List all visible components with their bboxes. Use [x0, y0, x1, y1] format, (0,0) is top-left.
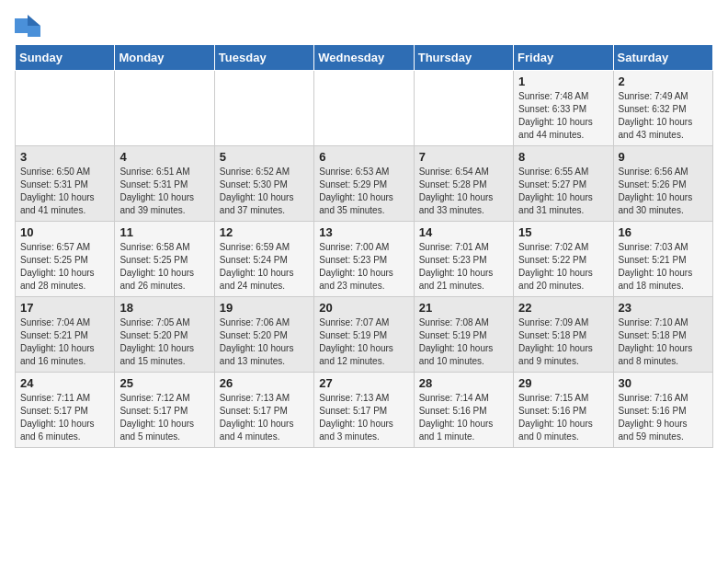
calendar-cell: 16Sunrise: 7:03 AM Sunset: 5:21 PM Dayli… — [613, 222, 712, 297]
day-number: 27 — [319, 376, 408, 390]
day-info: Sunrise: 7:48 AM Sunset: 6:33 PM Dayligh… — [518, 90, 608, 142]
weekday-header-monday: Monday — [115, 45, 214, 71]
calendar-cell: 23Sunrise: 7:10 AM Sunset: 5:18 PM Dayli… — [613, 297, 712, 373]
day-info: Sunrise: 6:54 AM Sunset: 5:28 PM Dayligh… — [419, 166, 508, 217]
day-number: 26 — [220, 376, 309, 390]
day-number: 4 — [119, 150, 209, 164]
calendar-cell: 26Sunrise: 7:13 AM Sunset: 5:17 PM Dayli… — [214, 373, 313, 448]
day-number: 7 — [419, 150, 508, 164]
day-info: Sunrise: 7:09 AM Sunset: 5:18 PM Dayligh… — [518, 316, 608, 368]
day-info: Sunrise: 6:55 AM Sunset: 5:27 PM Dayligh… — [518, 166, 608, 217]
calendar-cell: 6Sunrise: 6:53 AM Sunset: 5:29 PM Daylig… — [314, 146, 414, 222]
calendar-cell: 9Sunrise: 6:56 AM Sunset: 5:26 PM Daylig… — [613, 146, 712, 222]
day-number: 10 — [20, 225, 109, 239]
day-info: Sunrise: 7:12 AM Sunset: 5:17 PM Dayligh… — [119, 392, 209, 443]
calendar-week-row: 17Sunrise: 7:04 AM Sunset: 5:21 PM Dayli… — [16, 297, 713, 373]
day-number: 30 — [619, 376, 708, 390]
calendar-cell: 22Sunrise: 7:09 AM Sunset: 5:18 PM Dayli… — [514, 297, 613, 373]
day-info: Sunrise: 7:49 AM Sunset: 6:32 PM Dayligh… — [619, 90, 708, 142]
day-info: Sunrise: 7:13 AM Sunset: 5:17 PM Dayligh… — [319, 392, 408, 443]
day-number: 15 — [518, 225, 608, 239]
day-number: 9 — [619, 150, 708, 164]
day-number: 6 — [319, 150, 408, 164]
day-number: 21 — [419, 301, 508, 315]
day-number: 3 — [20, 150, 109, 164]
day-number: 24 — [20, 376, 109, 390]
calendar-cell: 25Sunrise: 7:12 AM Sunset: 5:17 PM Dayli… — [115, 373, 214, 448]
weekday-header-tuesday: Tuesday — [214, 45, 313, 71]
day-number: 16 — [619, 225, 708, 239]
calendar-cell: 10Sunrise: 6:57 AM Sunset: 5:25 PM Dayli… — [16, 222, 115, 297]
day-number: 11 — [119, 225, 209, 239]
weekday-header-wednesday: Wednesday — [314, 45, 414, 71]
day-info: Sunrise: 6:56 AM Sunset: 5:26 PM Dayligh… — [619, 166, 708, 217]
calendar-cell: 11Sunrise: 6:58 AM Sunset: 5:25 PM Dayli… — [115, 222, 214, 297]
weekday-header-friday: Friday — [514, 45, 613, 71]
day-info: Sunrise: 6:50 AM Sunset: 5:31 PM Dayligh… — [20, 166, 109, 217]
calendar-cell: 7Sunrise: 6:54 AM Sunset: 5:28 PM Daylig… — [414, 146, 513, 222]
calendar-cell: 8Sunrise: 6:55 AM Sunset: 5:27 PM Daylig… — [514, 146, 613, 222]
svg-marker-1 — [28, 15, 40, 26]
day-number: 2 — [619, 75, 708, 88]
day-number: 18 — [119, 301, 209, 315]
calendar-cell: 2Sunrise: 7:49 AM Sunset: 6:32 PM Daylig… — [613, 71, 712, 146]
calendar-cell: 13Sunrise: 7:00 AM Sunset: 5:23 PM Dayli… — [314, 222, 414, 297]
calendar-cell: 19Sunrise: 7:06 AM Sunset: 5:20 PM Dayli… — [214, 297, 313, 373]
day-number: 22 — [518, 301, 608, 315]
weekday-header-sunday: Sunday — [16, 45, 115, 71]
day-info: Sunrise: 6:57 AM Sunset: 5:25 PM Dayligh… — [20, 241, 109, 293]
calendar-week-row: 3Sunrise: 6:50 AM Sunset: 5:31 PM Daylig… — [16, 146, 713, 222]
day-info: Sunrise: 7:16 AM Sunset: 5:16 PM Dayligh… — [619, 392, 708, 443]
day-number: 1 — [518, 75, 608, 88]
day-number: 25 — [119, 376, 209, 390]
calendar-cell: 4Sunrise: 6:51 AM Sunset: 5:31 PM Daylig… — [115, 146, 214, 222]
calendar-cell: 17Sunrise: 7:04 AM Sunset: 5:21 PM Dayli… — [16, 297, 115, 373]
page-header — [15, 15, 713, 37]
day-info: Sunrise: 7:04 AM Sunset: 5:21 PM Dayligh… — [20, 316, 109, 368]
calendar-cell: 15Sunrise: 7:02 AM Sunset: 5:22 PM Dayli… — [514, 222, 613, 297]
svg-marker-2 — [28, 26, 40, 37]
day-number: 19 — [220, 301, 309, 315]
calendar-cell: 3Sunrise: 6:50 AM Sunset: 5:31 PM Daylig… — [16, 146, 115, 222]
day-info: Sunrise: 6:53 AM Sunset: 5:29 PM Dayligh… — [319, 166, 408, 217]
day-info: Sunrise: 6:59 AM Sunset: 5:24 PM Dayligh… — [220, 241, 309, 293]
calendar-cell: 14Sunrise: 7:01 AM Sunset: 5:23 PM Dayli… — [414, 222, 513, 297]
day-info: Sunrise: 7:11 AM Sunset: 5:17 PM Dayligh… — [20, 392, 109, 443]
day-info: Sunrise: 7:05 AM Sunset: 5:20 PM Dayligh… — [119, 316, 209, 368]
day-number: 5 — [220, 150, 309, 164]
weekday-header-row: SundayMondayTuesdayWednesdayThursdayFrid… — [16, 45, 713, 71]
day-info: Sunrise: 7:14 AM Sunset: 5:16 PM Dayligh… — [419, 392, 508, 443]
svg-rect-0 — [15, 18, 28, 33]
day-info: Sunrise: 7:07 AM Sunset: 5:19 PM Dayligh… — [319, 316, 408, 368]
day-info: Sunrise: 6:52 AM Sunset: 5:30 PM Dayligh… — [220, 166, 309, 217]
calendar-cell: 21Sunrise: 7:08 AM Sunset: 5:19 PM Dayli… — [414, 297, 513, 373]
calendar-cell: 28Sunrise: 7:14 AM Sunset: 5:16 PM Dayli… — [414, 373, 513, 448]
calendar-week-row: 24Sunrise: 7:11 AM Sunset: 5:17 PM Dayli… — [16, 373, 713, 448]
calendar-cell: 30Sunrise: 7:16 AM Sunset: 5:16 PM Dayli… — [613, 373, 712, 448]
day-number: 28 — [419, 376, 508, 390]
calendar-cell: 29Sunrise: 7:15 AM Sunset: 5:16 PM Dayli… — [514, 373, 613, 448]
day-info: Sunrise: 6:51 AM Sunset: 5:31 PM Dayligh… — [119, 166, 209, 217]
calendar-table: SundayMondayTuesdayWednesdayThursdayFrid… — [15, 44, 713, 448]
logo — [15, 15, 44, 37]
calendar-cell: 20Sunrise: 7:07 AM Sunset: 5:19 PM Dayli… — [314, 297, 414, 373]
day-info: Sunrise: 7:03 AM Sunset: 5:21 PM Dayligh… — [619, 241, 708, 293]
day-info: Sunrise: 7:15 AM Sunset: 5:16 PM Dayligh… — [518, 392, 608, 443]
calendar-cell — [314, 71, 414, 146]
day-info: Sunrise: 7:10 AM Sunset: 5:18 PM Dayligh… — [619, 316, 708, 368]
calendar-cell: 5Sunrise: 6:52 AM Sunset: 5:30 PM Daylig… — [214, 146, 313, 222]
calendar-week-row: 1Sunrise: 7:48 AM Sunset: 6:33 PM Daylig… — [16, 71, 713, 146]
logo-icon — [15, 15, 40, 37]
calendar-cell: 18Sunrise: 7:05 AM Sunset: 5:20 PM Dayli… — [115, 297, 214, 373]
weekday-header-thursday: Thursday — [414, 45, 513, 71]
day-number: 13 — [319, 225, 408, 239]
day-number: 14 — [419, 225, 508, 239]
calendar-cell — [115, 71, 214, 146]
calendar-cell — [16, 71, 115, 146]
calendar-cell: 1Sunrise: 7:48 AM Sunset: 6:33 PM Daylig… — [514, 71, 613, 146]
day-number: 29 — [518, 376, 608, 390]
day-info: Sunrise: 7:01 AM Sunset: 5:23 PM Dayligh… — [419, 241, 508, 293]
day-info: Sunrise: 7:02 AM Sunset: 5:22 PM Dayligh… — [518, 241, 608, 293]
day-info: Sunrise: 6:58 AM Sunset: 5:25 PM Dayligh… — [119, 241, 209, 293]
calendar-cell: 27Sunrise: 7:13 AM Sunset: 5:17 PM Dayli… — [314, 373, 414, 448]
